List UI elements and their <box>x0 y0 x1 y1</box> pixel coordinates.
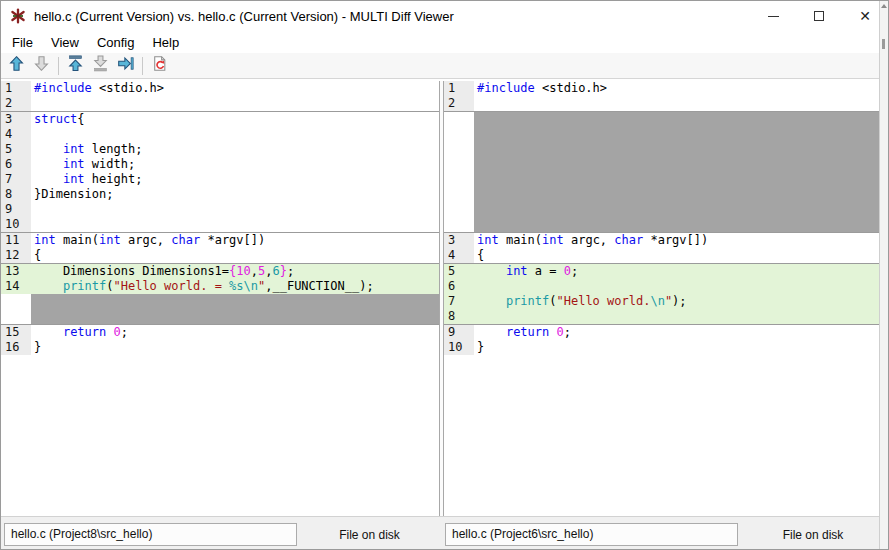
line-number: 4 <box>444 248 474 263</box>
code-line: 8 <box>444 309 882 324</box>
scrollbar-up-icon[interactable] <box>881 4 887 8</box>
code-text: Dimensions Dimensions1={10,5,6}; <box>31 264 439 279</box>
code-text: int main(int argc, char *argv[]) <box>31 233 439 248</box>
code-line: 5 int a = 0; <box>444 264 882 279</box>
code-line: 14 printf("Hello world. = %s\n",__FUNCTI… <box>1 279 439 294</box>
menu-view[interactable]: View <box>42 32 88 53</box>
menu-file[interactable]: File <box>3 32 42 53</box>
line-number <box>444 217 474 232</box>
refresh-file-icon <box>151 55 168 76</box>
line-number <box>444 127 474 142</box>
code-text: } <box>474 340 882 355</box>
diff-filler-row <box>444 142 882 157</box>
menu-help[interactable]: Help <box>143 32 188 53</box>
line-number: 3 <box>444 233 474 248</box>
line-number: 2 <box>1 96 31 111</box>
line-number: 8 <box>1 187 31 202</box>
code-line: 13 Dimensions Dimensions1={10,5,6}; <box>1 264 439 279</box>
code-text: printf("Hello world.\n"); <box>474 294 882 309</box>
diff-container: 1#include <stdio.h>23struct{45 int lengt… <box>1 79 888 516</box>
right-file-path-field: hello.c (Project6\src_hello) <box>445 523 738 546</box>
diff-filler-row <box>444 202 882 217</box>
code-text <box>31 96 439 111</box>
code-line: 8}Dimension; <box>1 187 439 202</box>
scrollbar-thumb[interactable] <box>882 39 885 49</box>
filler-block <box>31 309 439 324</box>
diff-filler-row <box>1 294 439 309</box>
refresh-button[interactable] <box>147 55 172 77</box>
maximize-button[interactable] <box>796 1 842 31</box>
diff-filler-row <box>1 309 439 324</box>
line-number: 6 <box>444 279 474 294</box>
first-difference-button[interactable] <box>63 55 88 77</box>
line-number: 3 <box>1 112 31 127</box>
diff-pane-right[interactable]: 1#include <stdio.h>23int main(int argc, … <box>444 81 882 516</box>
line-number: 15 <box>1 325 31 340</box>
status-right: hello.c (Project6\src_hello) File on dis… <box>442 517 888 550</box>
code-text: return 0; <box>474 325 882 340</box>
line-number: 14 <box>1 279 31 294</box>
code-line: 10 <box>1 217 439 232</box>
diff-filler-row <box>444 112 882 127</box>
code-text: struct{ <box>31 112 439 127</box>
last-difference-button[interactable] <box>88 55 113 77</box>
code-text: #include <stdio.h> <box>31 81 439 96</box>
filler-block <box>474 202 882 217</box>
code-text <box>31 127 439 142</box>
line-number: 9 <box>444 325 474 340</box>
diff-filler-row <box>444 172 882 187</box>
code-text: printf("Hello world. = %s\n",__FUNCTION_… <box>31 279 439 294</box>
code-line: 6 int width; <box>1 157 439 172</box>
code-line: 2 <box>1 96 439 111</box>
goto-line-icon <box>117 55 134 76</box>
code-text <box>31 217 439 232</box>
first-difference-icon <box>67 55 84 76</box>
code-line: 12{ <box>1 248 439 263</box>
minimize-icon <box>768 16 779 17</box>
minimize-button[interactable] <box>750 1 796 31</box>
line-number: 12 <box>1 248 31 263</box>
line-number <box>444 187 474 202</box>
code-line: 1#include <stdio.h> <box>444 81 882 96</box>
filler-block <box>474 142 882 157</box>
line-number: 10 <box>444 340 474 355</box>
line-number: 10 <box>1 217 31 232</box>
line-number: 5 <box>444 264 474 279</box>
code-text: }Dimension; <box>31 187 439 202</box>
code-line: 16} <box>1 340 439 355</box>
code-line: 3int main(int argc, char *argv[]) <box>444 233 882 248</box>
line-number <box>444 157 474 172</box>
code-text <box>474 309 882 324</box>
goto-button[interactable] <box>113 55 138 77</box>
vertical-scrollbar[interactable] <box>879 1 888 549</box>
code-text: { <box>31 248 439 263</box>
diff-pane-left[interactable]: 1#include <stdio.h>23struct{45 int lengt… <box>1 81 439 516</box>
line-number: 9 <box>1 202 31 217</box>
previous-difference-button[interactable] <box>4 55 29 77</box>
left-file-path-field: hello.c (Project8\src_hello) <box>4 523 297 546</box>
code-line: 10} <box>444 340 882 355</box>
next-difference-button[interactable] <box>29 55 54 77</box>
code-text <box>31 202 439 217</box>
filler-block <box>474 112 882 127</box>
arrow-up-icon <box>8 55 25 76</box>
line-number: 2 <box>444 96 474 111</box>
code-text: } <box>31 340 439 355</box>
code-line: 11int main(int argc, char *argv[]) <box>1 233 439 248</box>
code-line: 9 return 0; <box>444 325 882 340</box>
multi-diff-viewer-window: hello.c (Current Version) vs. hello.c (C… <box>0 0 889 550</box>
menu-config[interactable]: Config <box>88 32 144 53</box>
code-line: 15 return 0; <box>1 325 439 340</box>
code-line: 2 <box>444 96 882 111</box>
status-left: hello.c (Project8\src_hello) File on dis… <box>1 517 442 550</box>
filler-block <box>474 217 882 232</box>
code-line: 6 <box>444 279 882 294</box>
code-text: int length; <box>31 142 439 157</box>
line-number <box>444 202 474 217</box>
toolbar-separator <box>58 57 59 75</box>
status-bar: hello.c (Project8\src_hello) File on dis… <box>1 516 888 550</box>
code-text: #include <stdio.h> <box>474 81 882 96</box>
line-number: 5 <box>1 142 31 157</box>
line-number: 7 <box>1 172 31 187</box>
code-line: 7 printf("Hello world.\n"); <box>444 294 882 309</box>
